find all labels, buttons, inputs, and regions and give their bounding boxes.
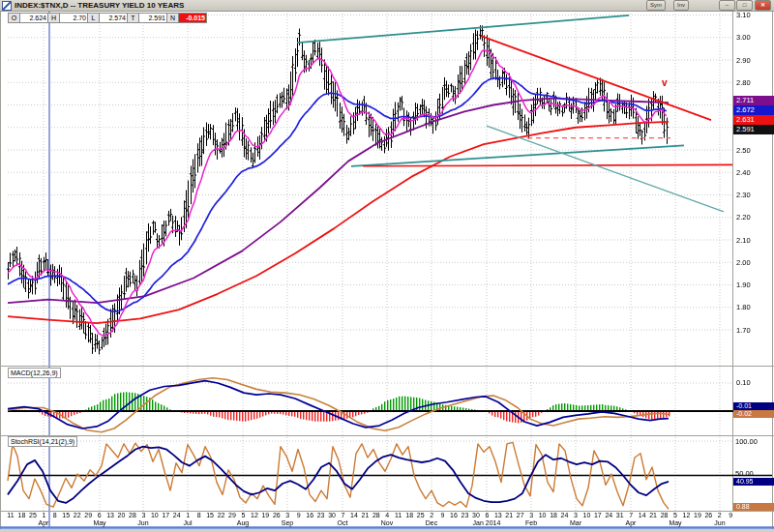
price-axis-label: 2.40	[736, 168, 751, 177]
x-axis-month-label: Dec	[412, 519, 451, 526]
maximize-icon[interactable]: □	[736, 0, 753, 11]
chart-window-icon	[2, 1, 12, 11]
last-value: 2.591	[138, 13, 167, 23]
ohlc-readout: O 2.624 H 2.70 L 2.574 T 2.591 N -0.015	[8, 13, 206, 23]
x-axis-month-label: Oct	[323, 519, 362, 526]
price-axis-label: 2.20	[736, 213, 751, 222]
price-axis-label: 2.10	[736, 236, 751, 245]
stochrsi-axis-50: 50.00	[735, 469, 754, 478]
price-axis-label: 1.80	[736, 303, 751, 311]
macd-panel-label: MACD(12,26,9)	[8, 368, 61, 378]
price-tag-last: 2.591	[733, 125, 774, 134]
x-axis-month-label: Feb	[512, 519, 551, 526]
window-titlebar[interactable]: INDEX:$TNX,D -- TREASURY YIELD 10 YEARS …	[0, 0, 774, 12]
x-axis-month-label: May	[80, 519, 119, 526]
price-axis-label: 1.70	[736, 326, 751, 335]
x-axis-month-label: May	[656, 519, 695, 526]
x-axis-month-label: Mar	[556, 519, 595, 526]
stochrsi-axis-100: 100.00	[735, 437, 758, 446]
minimize-icon[interactable]: –	[719, 0, 735, 11]
price-axis-label: 3.10	[736, 11, 751, 19]
inv-button[interactable]: Inv	[673, 0, 689, 11]
macd-axis-label: 0.10	[736, 378, 751, 387]
x-axis-month-label: Jun	[700, 519, 739, 526]
stochrsi-tag-fast: 0.88	[733, 503, 774, 511]
price-tag-red-ma: 2.631	[733, 115, 774, 125]
x-axis-month-label: Apr	[611, 519, 650, 526]
price-axis-label: 1.90	[736, 281, 751, 289]
x-axis-month-label: Sep	[268, 519, 307, 526]
price-chart-canvas[interactable]	[0, 0, 774, 532]
x-axis-month-label: Jan 2014	[467, 519, 506, 526]
x-axis-month-label: Aug	[223, 519, 262, 526]
macd-tag-line: -0.01	[733, 402, 774, 410]
elliott-wave-label: v	[662, 77, 668, 88]
open-value: 2.624	[19, 13, 48, 23]
stochrsi-panel-label: StochRSI(14,21(2),9)	[8, 436, 77, 447]
x-axis-month-label: Nov	[368, 519, 406, 526]
net-change-value: -0.015	[178, 13, 207, 23]
x-axis-month-label: Apr	[24, 519, 63, 526]
low-value: 2.574	[99, 13, 128, 23]
macd-tag-signal: -0.02	[733, 410, 774, 418]
x-axis-day-label: 9	[724, 512, 737, 518]
x-axis-month-label: Jun	[124, 519, 163, 526]
price-tag-blue-ma: 2.672	[733, 105, 774, 115]
price-axis-label: 2.50	[736, 146, 751, 155]
window-title: INDEX:$TNX,D -- TREASURY YIELD 10 YEARS	[15, 0, 184, 11]
close-icon[interactable]: ✕	[755, 0, 771, 11]
price-axis-label: 3.00	[736, 33, 751, 42]
price-axis-label: 2.30	[736, 191, 751, 199]
price-axis-label: 2.90	[736, 56, 751, 65]
x-axis-month-label: Jul	[168, 519, 207, 526]
price-axis-label: 2.80	[736, 78, 751, 87]
price-axis-label: 2.00	[736, 258, 751, 267]
price-tag-purple-ma: 2.711	[733, 96, 774, 105]
sym-button[interactable]: Sym	[646, 0, 666, 11]
high-value: 2.70	[59, 13, 88, 23]
stochrsi-tag-smoothed: 40.95	[733, 478, 774, 486]
